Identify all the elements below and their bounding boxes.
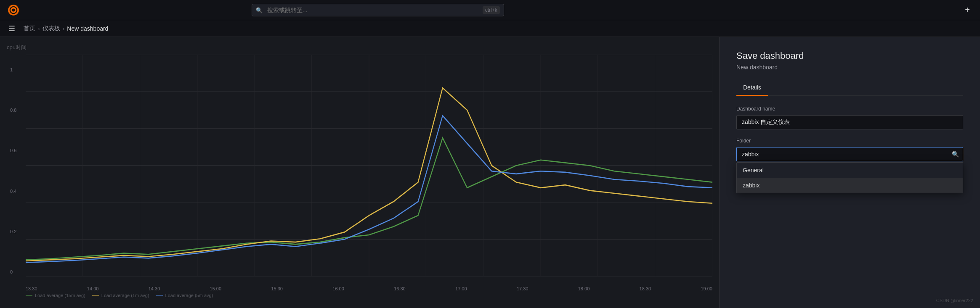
breadcrumb-sep-2: › (63, 25, 65, 32)
breadcrumb-home[interactable]: 首页 (24, 25, 35, 32)
folder-input[interactable] (736, 147, 963, 161)
search-container: 🔍 ctrl+k (252, 4, 504, 16)
svg-point-1 (12, 8, 15, 11)
folder-search-icon: 🔍 (952, 151, 959, 158)
topbar: 🔍 ctrl+k + (0, 0, 980, 20)
x-axis: 13:30 14:00 14:30 15:00 15:30 16:00 16:3… (26, 286, 712, 291)
main-content: cpu时间 1 0.8 0.6 0.4 0.2 0 (0, 37, 980, 308)
hamburger-button[interactable]: ☰ (7, 22, 17, 35)
save-dashboard-panel: Save dashboard New dashboard Details Das… (719, 37, 980, 308)
tab-details[interactable]: Details (736, 81, 768, 96)
dropdown-item-zabbix[interactable]: zabbix (737, 178, 963, 193)
panel-tabs: Details (736, 81, 963, 96)
field-name-label: Dashboard name (736, 106, 963, 112)
breadcrumb-bar: ☰ 首页 › 仪表板 › New dashboard (0, 20, 980, 37)
attribution: CSDN @inner222 (936, 298, 973, 303)
dropdown-item-general[interactable]: General (737, 163, 963, 178)
breadcrumb: 首页 › 仪表板 › New dashboard (24, 25, 108, 32)
chart-area: cpu时间 1 0.8 0.6 0.4 0.2 0 (0, 37, 719, 308)
search-shortcut: ctrl+k (483, 6, 500, 14)
folder-dropdown: General zabbix (736, 162, 963, 193)
breadcrumb-sep-1: › (38, 25, 40, 32)
grafana-logo[interactable] (7, 3, 20, 17)
panel-subtitle: New dashboard (736, 64, 963, 71)
breadcrumb-current: New dashboard (67, 25, 108, 32)
chart-svg (26, 55, 712, 276)
breadcrumb-dashboards[interactable]: 仪表板 (42, 25, 60, 32)
topbar-right: + (961, 3, 973, 16)
search-icon: 🔍 (256, 7, 263, 13)
add-button[interactable]: + (961, 3, 973, 16)
folder-input-wrapper: 🔍 (736, 147, 963, 161)
field-folder-label: Folder (736, 138, 963, 144)
field-dashboard-name: Dashboard name (736, 106, 963, 138)
field-folder: Folder 🔍 General zabbix (736, 138, 963, 161)
search-input[interactable] (252, 4, 504, 16)
dashboard-name-input[interactable] (736, 115, 963, 129)
y-axis: 1 0.8 0.6 0.4 0.2 0 (10, 67, 16, 274)
panel-title: Save dashboard (736, 50, 963, 61)
